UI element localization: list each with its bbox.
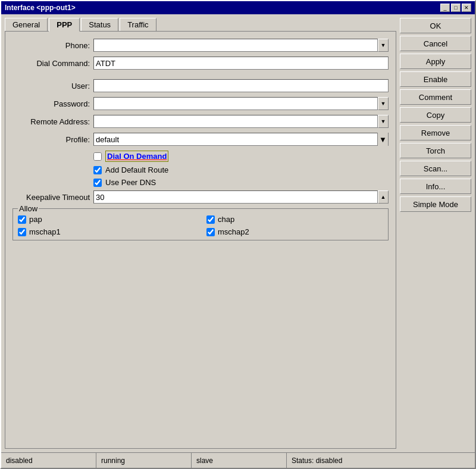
phone-dropdown-btn[interactable]: ▼: [378, 39, 389, 52]
profile-label: Profile:: [12, 135, 90, 144]
remote-address-input-wrap: ▼: [93, 115, 389, 128]
user-label: User:: [12, 82, 90, 90]
dial-command-label: Dial Command:: [12, 59, 90, 68]
maximize-button[interactable]: □: [451, 4, 461, 12]
title-bar: Interface <ppp-out1> _ □ ✕: [1, 1, 475, 14]
tab-traffic[interactable]: Traffic: [120, 18, 156, 32]
dial-command-input[interactable]: [93, 57, 389, 70]
dial-command-row: Dial Command:: [12, 57, 389, 70]
dial-on-demand-label[interactable]: Dial On Demand: [105, 151, 168, 162]
dial-on-demand-row: Dial On Demand: [93, 151, 389, 162]
mschap1-checkbox[interactable]: [18, 228, 26, 236]
ok-button[interactable]: OK: [400, 18, 471, 33]
status-cell-1: disabled: [1, 453, 96, 468]
mschap2-label: mschap2: [218, 227, 249, 236]
title-bar-buttons: _ □ ✕: [440, 4, 471, 12]
main-window: Interface <ppp-out1> _ □ ✕ General PPP S…: [0, 0, 476, 469]
mschap2-check-item: mschap2: [206, 227, 383, 236]
status-cell-3: slave: [192, 453, 287, 468]
chap-check-item: chap: [206, 215, 383, 224]
chap-checkbox[interactable]: [206, 215, 215, 224]
password-input[interactable]: [93, 97, 378, 110]
tab-status[interactable]: Status: [81, 18, 118, 32]
use-peer-dns-label: Use Peer DNS: [105, 178, 156, 187]
scan-button[interactable]: Scan...: [400, 161, 471, 176]
copy-button[interactable]: Copy: [400, 107, 471, 123]
profile-dropdown[interactable]: ▼: [93, 133, 389, 146]
profile-dropdown-arrow[interactable]: ▼: [377, 133, 388, 146]
password-input-wrap: ▼: [93, 97, 389, 110]
tab-general[interactable]: General: [5, 18, 48, 32]
right-panel: OK Cancel Apply Enable Comment Copy Remo…: [400, 18, 471, 449]
dial-on-demand-checkbox[interactable]: [93, 152, 102, 161]
close-button[interactable]: ✕: [462, 4, 471, 12]
use-peer-dns-row: Use Peer DNS: [93, 178, 389, 187]
use-peer-dns-checkbox[interactable]: [93, 179, 102, 187]
torch-button[interactable]: Torch: [400, 143, 471, 158]
status-bar: disabled running slave Status: disabled: [1, 452, 475, 468]
user-row: User:: [12, 79, 389, 92]
add-default-route-checkbox[interactable]: [93, 166, 102, 174]
enable-button[interactable]: Enable: [400, 71, 471, 87]
allow-group: Allow pap chap mschap1: [12, 208, 389, 240]
remote-address-label: Remote Address:: [12, 117, 90, 126]
add-default-route-label: Add Default Route: [105, 165, 168, 174]
window-title: Interface <ppp-out1>: [5, 4, 76, 12]
tab-ppp[interactable]: PPP: [49, 18, 80, 32]
status-cell-4: Status: disabled: [287, 453, 475, 468]
user-input[interactable]: [93, 79, 389, 92]
profile-row: Profile: ▼: [12, 133, 389, 146]
allow-group-legend: Allow: [18, 204, 39, 213]
profile-input[interactable]: [94, 135, 377, 145]
allow-checkboxes: pap chap mschap1 mschap2: [18, 215, 383, 236]
mschap1-label: mschap1: [29, 227, 61, 236]
minimize-button[interactable]: _: [440, 4, 450, 12]
cancel-button[interactable]: Cancel: [400, 36, 471, 51]
remove-button[interactable]: Remove: [400, 125, 471, 140]
content-area: General PPP Status Traffic Phone: ▼ Dial: [1, 14, 475, 452]
keepalive-label: Keepalive Timeout: [12, 193, 90, 202]
left-panel: General PPP Status Traffic Phone: ▼ Dial: [5, 18, 396, 449]
remote-address-dropdown-btn[interactable]: ▼: [378, 115, 389, 128]
pap-check-item: pap: [18, 215, 195, 224]
phone-input-wrap: ▼: [93, 39, 389, 52]
chap-label: chap: [218, 215, 234, 224]
comment-button[interactable]: Comment: [400, 89, 471, 105]
phone-row: Phone: ▼: [12, 39, 389, 52]
remote-address-input[interactable]: [93, 115, 378, 128]
password-label: Password:: [12, 99, 90, 108]
remote-address-row: Remote Address: ▼: [12, 115, 389, 128]
keepalive-input-wrap: ▲: [93, 190, 389, 204]
tab-bar: General PPP Status Traffic: [5, 18, 396, 32]
mschap1-check-item: mschap1: [18, 227, 195, 236]
add-default-route-row: Add Default Route: [93, 165, 389, 174]
password-dropdown-btn[interactable]: ▼: [378, 97, 389, 110]
password-row: Password: ▼: [12, 97, 389, 110]
mschap2-checkbox[interactable]: [206, 228, 215, 236]
phone-input[interactable]: [93, 39, 378, 52]
info-button[interactable]: Info...: [400, 179, 471, 194]
apply-button[interactable]: Apply: [400, 54, 471, 69]
phone-label: Phone:: [12, 41, 90, 50]
keepalive-row: Keepalive Timeout ▲: [12, 190, 389, 204]
pap-checkbox[interactable]: [18, 215, 26, 224]
form-panel: Phone: ▼ Dial Command: User:: [5, 31, 396, 449]
pap-label: pap: [29, 215, 42, 224]
status-cell-2: running: [96, 453, 192, 468]
simple-mode-button[interactable]: Simple Mode: [400, 196, 471, 212]
keepalive-spin-btn[interactable]: ▲: [378, 190, 389, 204]
keepalive-input[interactable]: [93, 190, 378, 204]
